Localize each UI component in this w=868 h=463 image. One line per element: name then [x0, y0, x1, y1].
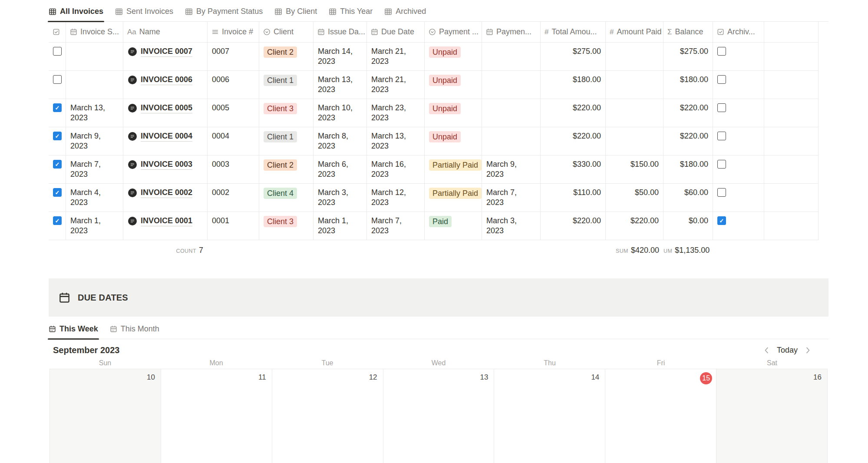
invoice-number-cell[interactable]: 0006 [208, 71, 259, 99]
invoice-name-cell[interactable]: INVOICE 0004 [123, 127, 208, 155]
balance-cell[interactable]: $220.00 [663, 127, 713, 155]
payment-date-cell[interactable]: March 9, 2023 [482, 155, 541, 183]
invoice-sent-cell[interactable]: March 4, 2023 [66, 184, 123, 212]
balance-cell[interactable]: $220.00 [663, 99, 713, 127]
archived-checkbox[interactable] [717, 160, 726, 169]
chevron-right-icon[interactable] [804, 346, 812, 354]
payment-status-cell[interactable]: Unpaid [425, 43, 482, 70]
calendar-day-cell[interactable]: 15 [605, 369, 716, 463]
payment-date-cell[interactable] [482, 71, 541, 99]
client-cell[interactable]: Client 1 [259, 127, 314, 155]
today-button[interactable]: Today [777, 346, 798, 355]
invoice-sent-cell[interactable] [66, 71, 123, 99]
amount-paid-cell[interactable]: $150.00 [606, 155, 663, 183]
header-name[interactable]: AaName [123, 22, 208, 42]
amount-paid-cell[interactable] [606, 99, 663, 127]
tab-this-year[interactable]: This Year [329, 7, 373, 16]
tab-by-client[interactable]: By Client [274, 7, 317, 16]
issue-date-cell[interactable]: March 14, 2023 [314, 43, 367, 70]
invoice-name-cell[interactable]: INVOICE 0001 [123, 212, 208, 240]
row-checkbox[interactable] [53, 47, 62, 56]
row-select-cell[interactable] [49, 212, 66, 240]
due-dates-header[interactable]: DUE DATES [49, 278, 828, 317]
client-cell[interactable]: Client 3 [259, 212, 314, 240]
archived-checkbox[interactable] [717, 103, 726, 112]
tab-this-month[interactable]: This Month [110, 324, 159, 334]
issue-date-cell[interactable]: March 10, 2023 [314, 99, 367, 127]
footer-sum-balance[interactable]: UM$1,135.00 [663, 246, 713, 261]
header-archived[interactable]: Archiv... [713, 22, 764, 42]
row-checkbox[interactable] [53, 216, 62, 225]
row-checkbox[interactable] [53, 75, 62, 84]
row-select-cell[interactable] [49, 155, 66, 183]
invoice-number-cell[interactable]: 0001 [208, 212, 259, 240]
due-date-cell[interactable]: March 16, 2023 [367, 155, 425, 183]
header-issue-date[interactable]: Issue Da... [314, 22, 367, 42]
tab-this-week[interactable]: This Week [49, 324, 98, 334]
header-total-amount[interactable]: #Total Amou... [541, 22, 606, 42]
calendar-day-cell[interactable]: 11 [161, 369, 272, 463]
tab-sent-invoices[interactable]: Sent Invoices [115, 7, 173, 16]
due-date-cell[interactable]: March 21, 2023 [367, 71, 425, 99]
archived-checkbox[interactable] [717, 47, 726, 56]
invoice-link[interactable]: INVOICE 0005 [141, 103, 192, 113]
total-amount-cell[interactable]: $275.00 [541, 43, 606, 70]
invoice-sent-cell[interactable]: March 9, 2023 [66, 127, 123, 155]
header-invoice-number[interactable]: Invoice # [208, 22, 259, 42]
invoice-sent-cell[interactable] [66, 43, 123, 70]
payment-status-cell[interactable]: Partially Paid [425, 155, 482, 183]
payment-date-cell[interactable]: March 7, 2023 [482, 184, 541, 212]
calendar-day-cell[interactable]: 14 [494, 369, 605, 463]
balance-cell[interactable]: $60.00 [663, 184, 713, 212]
total-amount-cell[interactable]: $180.00 [541, 71, 606, 99]
invoice-name-cell[interactable]: INVOICE 0003 [123, 155, 208, 183]
tab-all-invoices[interactable]: All Invoices [49, 7, 103, 16]
calendar-day-cell[interactable]: 13 [383, 369, 495, 463]
invoice-link[interactable]: INVOICE 0007 [141, 46, 192, 57]
header-client[interactable]: Client [259, 22, 314, 42]
payment-date-cell[interactable] [482, 99, 541, 127]
invoice-name-cell[interactable]: INVOICE 0007 [123, 43, 208, 70]
invoice-name-cell[interactable]: INVOICE 0006 [123, 71, 208, 99]
invoice-sent-cell[interactable]: March 7, 2023 [66, 155, 123, 183]
due-date-cell[interactable]: March 13, 2023 [367, 127, 425, 155]
calendar-day-cell[interactable]: 12 [272, 369, 383, 463]
archived-cell[interactable] [713, 99, 764, 127]
archived-checkbox[interactable] [717, 132, 726, 140]
tab-by-payment-status[interactable]: By Payment Status [185, 7, 263, 16]
payment-status-cell[interactable]: Unpaid [425, 127, 482, 155]
invoice-link[interactable]: INVOICE 0002 [141, 188, 192, 198]
header-payment-date[interactable]: Paymen... [482, 22, 541, 42]
issue-date-cell[interactable]: March 3, 2023 [314, 184, 367, 212]
invoice-link[interactable]: INVOICE 0001 [141, 216, 192, 226]
total-amount-cell[interactable]: $110.00 [541, 184, 606, 212]
invoice-link[interactable]: INVOICE 0003 [141, 159, 192, 170]
due-date-cell[interactable]: March 7, 2023 [367, 212, 425, 240]
invoice-number-cell[interactable]: 0002 [208, 184, 259, 212]
balance-cell[interactable]: $275.00 [663, 43, 713, 70]
tab-archived[interactable]: Archived [384, 7, 426, 16]
row-select-cell[interactable] [49, 127, 66, 155]
row-select-cell[interactable] [49, 184, 66, 212]
amount-paid-cell[interactable] [606, 127, 663, 155]
client-cell[interactable]: Client 4 [259, 184, 314, 212]
archived-cell[interactable] [713, 127, 764, 155]
payment-date-cell[interactable]: March 3, 2023 [482, 212, 541, 240]
client-cell[interactable]: Client 2 [259, 43, 314, 70]
header-due-date[interactable]: Due Date [367, 22, 425, 42]
invoice-link[interactable]: INVOICE 0006 [141, 75, 192, 85]
amount-paid-cell[interactable] [606, 71, 663, 99]
invoice-number-cell[interactable]: 0005 [208, 99, 259, 127]
due-date-cell[interactable]: March 12, 2023 [367, 184, 425, 212]
payment-status-cell[interactable]: Paid [425, 212, 482, 240]
header-amount-paid[interactable]: #Amount Paid [606, 22, 663, 42]
row-checkbox[interactable] [53, 132, 62, 140]
invoice-number-cell[interactable]: 0003 [208, 155, 259, 183]
archived-checkbox[interactable] [717, 75, 726, 84]
invoice-link[interactable]: INVOICE 0004 [141, 131, 192, 142]
invoice-sent-cell[interactable]: March 13, 2023 [66, 99, 123, 127]
total-amount-cell[interactable]: $220.00 [541, 127, 606, 155]
row-checkbox[interactable] [53, 103, 62, 112]
header-balance[interactable]: ΣBalance [663, 22, 713, 42]
amount-paid-cell[interactable]: $50.00 [606, 184, 663, 212]
